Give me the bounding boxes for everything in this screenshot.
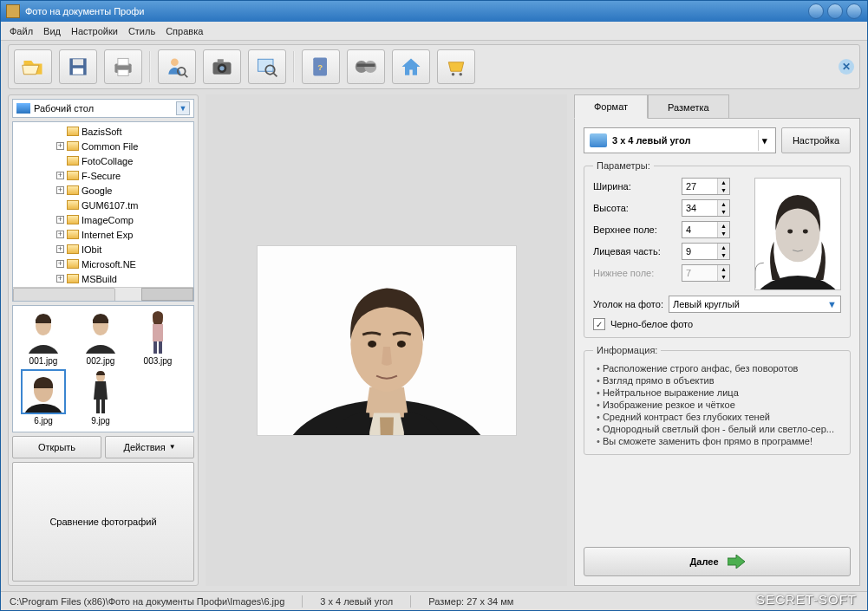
folder-icon <box>67 215 79 224</box>
toolbar-user-search[interactable] <box>158 49 196 84</box>
actions-button[interactable]: Действия▼ <box>105 436 194 458</box>
tabs: Формат Разметка <box>574 94 860 119</box>
corner-select[interactable]: Левый круглый ▼ <box>669 296 841 313</box>
svg-point-21 <box>452 73 455 76</box>
tree-item[interactable]: +Microsoft.NE <box>56 257 193 271</box>
toolbar-print[interactable] <box>104 49 142 84</box>
menu-style[interactable]: Стиль <box>128 26 155 36</box>
location-combo[interactable]: Рабочий стол ▼ <box>12 99 194 118</box>
tree-item[interactable]: FotoCollage <box>56 153 193 168</box>
toolbar-cart[interactable] <box>437 49 475 84</box>
height-spinner[interactable]: ▲▼ <box>682 199 730 217</box>
chevron-down-icon[interactable]: ▾ <box>758 130 770 151</box>
thumbnail[interactable]: 001.jpg <box>16 309 70 366</box>
window-title: Фото на документы Профи <box>25 6 145 16</box>
maximize-button[interactable] <box>827 3 843 19</box>
statusbar: C:\Program Files (x86)\Фото на документы… <box>1 591 867 610</box>
toolbar-help[interactable]: ? <box>302 49 340 84</box>
svg-text:?: ? <box>317 62 323 72</box>
svg-rect-2 <box>73 68 83 75</box>
thumbnail[interactable]: 002.jpg <box>74 309 127 366</box>
info-item: Однородный светлый фон - белый или светл… <box>597 423 841 435</box>
tree-item[interactable]: BazisSoft <box>56 124 193 139</box>
tree-item[interactable]: +IObit <box>56 242 193 257</box>
app-window: Фото на документы Профи Файл Вид Настрой… <box>0 0 868 611</box>
toolbar-video[interactable] <box>347 49 385 84</box>
tree-item[interactable]: +ImageComp <box>56 212 193 227</box>
svg-rect-4 <box>118 58 128 65</box>
svg-rect-1 <box>73 59 83 65</box>
menu-help[interactable]: Справка <box>166 26 203 36</box>
compare-button[interactable]: Сравнение фотографий <box>12 462 194 582</box>
svg-rect-35 <box>96 400 100 413</box>
format-preview <box>754 178 841 290</box>
info-item: Расположение строго анфас, без поворотов <box>597 362 841 374</box>
menubar: Файл Вид Настройки Стиль Справка <box>1 22 867 41</box>
main-photo[interactable] <box>257 245 517 436</box>
status-format: 3 x 4 левый угол <box>320 596 393 607</box>
tab-format[interactable]: Формат <box>574 94 648 119</box>
svg-rect-30 <box>159 341 162 354</box>
tree-item[interactable]: GUM6107.tm <box>56 198 193 212</box>
svg-point-23 <box>28 345 59 354</box>
svg-point-45 <box>787 230 793 234</box>
info-fieldset: Информация: Расположение строго анфас, б… <box>584 345 851 455</box>
status-path: C:\Program Files (x86)\Фото на документы… <box>10 596 284 607</box>
left-panel: Рабочий стол ▼ BazisSoft+Common FileFoto… <box>8 94 199 586</box>
toolbar-open[interactable] <box>14 49 52 84</box>
face-spinner[interactable]: ▲▼ <box>682 243 730 260</box>
close-button[interactable] <box>846 3 862 19</box>
folder-icon <box>67 259 79 269</box>
params-fieldset: Параметры: Ширина:▲▼ Высота:▲▼ Верхнее п… <box>584 160 851 338</box>
menu-file[interactable]: Файл <box>10 26 33 36</box>
open-button[interactable]: Открыть <box>12 436 101 458</box>
toolbar-collapse-icon[interactable]: ✕ <box>839 59 854 75</box>
format-selector[interactable]: 3 x 4 левый угол ▾ <box>584 127 776 153</box>
folder-icon <box>67 127 79 136</box>
info-item: Изображение резкое и чёткое <box>597 399 841 411</box>
svg-rect-20 <box>357 64 375 68</box>
folder-icon <box>67 274 79 283</box>
minimize-button[interactable] <box>808 3 824 19</box>
tree-item[interactable]: +Google <box>56 183 193 198</box>
svg-line-8 <box>185 75 188 78</box>
toolbar: ? ✕ <box>8 44 860 89</box>
thumbnail[interactable]: 003.jpg <box>131 309 185 366</box>
topmargin-spinner[interactable]: ▲▼ <box>682 221 730 238</box>
titlebar[interactable]: Фото на документы Профи <box>1 1 867 22</box>
folder-icon <box>67 200 79 210</box>
toolbar-zoom[interactable] <box>248 49 286 84</box>
tree-item[interactable]: +F-Secure <box>56 168 193 183</box>
tree-item[interactable]: +MSBuild <box>56 271 193 286</box>
chevron-down-icon[interactable]: ▼ <box>176 101 190 115</box>
svg-rect-5 <box>118 70 128 76</box>
bw-checkbox[interactable]: ✓ <box>593 318 605 330</box>
menu-view[interactable]: Вид <box>43 26 61 36</box>
thumbnail[interactable]: 9.jpg <box>74 369 127 426</box>
folder-tree[interactable]: BazisSoft+Common FileFotoCollage+F-Secur… <box>12 121 194 302</box>
thumbnail[interactable]: 6.jpg <box>16 369 70 426</box>
folder-icon <box>67 171 79 180</box>
tab-layout[interactable]: Разметка <box>648 94 729 119</box>
tree-scrollbar[interactable] <box>13 287 193 301</box>
svg-rect-29 <box>153 341 157 354</box>
svg-line-15 <box>273 73 277 76</box>
toolbar-save[interactable] <box>59 49 97 84</box>
toolbar-camera[interactable] <box>203 49 241 84</box>
desktop-icon <box>16 103 30 114</box>
format-settings-button[interactable]: Настройка <box>781 127 851 153</box>
menu-settings[interactable]: Настройки <box>71 26 118 36</box>
toolbar-home[interactable] <box>392 49 430 84</box>
svg-point-22 <box>460 73 463 76</box>
folder-icon <box>67 185 79 195</box>
chevron-down-icon: ▼ <box>827 299 837 309</box>
svg-rect-36 <box>101 400 105 413</box>
next-button[interactable]: Далее <box>584 547 851 576</box>
bottom-spinner: ▲▼ <box>682 264 730 282</box>
folder-icon <box>67 156 79 166</box>
tree-item[interactable]: +Common File <box>56 139 193 153</box>
width-spinner[interactable]: ▲▼ <box>682 178 730 195</box>
tree-item[interactable]: +Internet Exp <box>56 227 193 242</box>
svg-point-41 <box>396 340 405 347</box>
svg-rect-12 <box>218 59 224 62</box>
